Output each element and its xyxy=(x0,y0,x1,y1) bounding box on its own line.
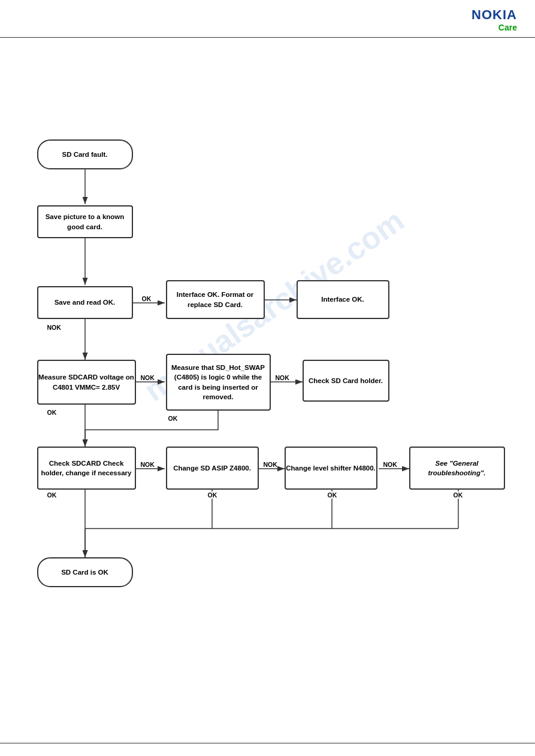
label-ok-asip: OK xyxy=(208,491,217,499)
flowchart: SD Card fault. Save picture to a known g… xyxy=(10,74,525,708)
node-save-read: Save and read OK. xyxy=(37,286,133,319)
label-nok1: NOK xyxy=(47,324,61,331)
node-save-picture: Save picture to a known good card. xyxy=(37,205,133,238)
node-check-holder: Check SD Card holder. xyxy=(303,360,389,402)
node-see-general: See "General troubleshooting". xyxy=(409,447,505,490)
node-change-level: Change level shifter N4800. xyxy=(285,447,377,490)
nokia-brand: NOKIA xyxy=(471,7,517,23)
node-check-sdcard-holder: Check SDCARD Check holder, change if nec… xyxy=(37,447,136,490)
footer-line xyxy=(0,743,535,744)
node-measure-hotswap: Measure that SD_Hot_SWAP (C4805) is logi… xyxy=(166,354,271,411)
label-nok3: NOK xyxy=(276,374,289,381)
node-interface-format: Interface OK. Format or replace SD Card. xyxy=(166,280,265,319)
label-ok1: OK xyxy=(142,295,152,302)
label-ok-check: OK xyxy=(47,491,57,499)
label-ok3: OK xyxy=(168,415,178,422)
nokia-logo: NOKIA Care xyxy=(471,7,517,32)
node-interface-ok: Interface OK. xyxy=(297,280,389,319)
label-nok5: NOK xyxy=(264,461,277,468)
node-change-asip: Change SD ASIP Z4800. xyxy=(166,447,259,490)
label-nok6: NOK xyxy=(383,461,397,468)
label-nok2: NOK xyxy=(141,374,155,381)
nokia-care: Care xyxy=(471,23,517,32)
node-sd-ok: SD Card is OK xyxy=(37,557,133,587)
node-start: SD Card fault. xyxy=(37,139,133,169)
label-ok-level: OK xyxy=(328,491,337,499)
header: NOKIA Care xyxy=(0,0,535,38)
label-ok-general: OK xyxy=(454,491,463,499)
label-nok4: NOK xyxy=(141,461,155,468)
label-ok2: OK xyxy=(47,409,57,416)
node-measure-sdcard: Measure SDCARD voltage on C4801 VMMC= 2.… xyxy=(37,360,136,405)
